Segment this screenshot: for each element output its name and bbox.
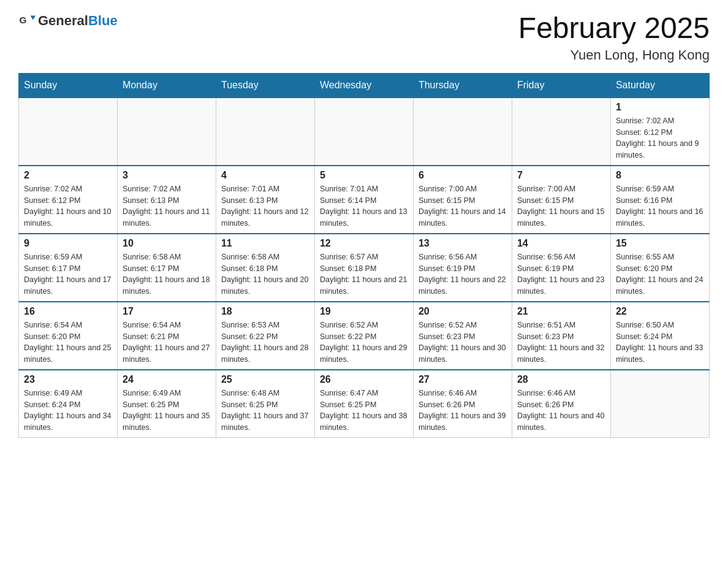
calendar-cell: 27Sunrise: 6:46 AMSunset: 6:26 PMDayligh… [413,370,512,438]
calendar-cell: 19Sunrise: 6:52 AMSunset: 6:22 PMDayligh… [314,302,413,370]
calendar-cell: 24Sunrise: 6:49 AMSunset: 6:25 PMDayligh… [117,370,216,438]
day-number: 10 [123,238,211,249]
calendar-cell: 10Sunrise: 6:58 AMSunset: 6:17 PMDayligh… [117,234,216,302]
day-info: Sunrise: 7:00 AMSunset: 6:15 PMDaylight:… [517,183,605,229]
calendar-cell: 4Sunrise: 7:01 AMSunset: 6:13 PMDaylight… [216,166,314,234]
calendar-cell: 25Sunrise: 6:48 AMSunset: 6:25 PMDayligh… [216,370,314,438]
day-info: Sunrise: 6:54 AMSunset: 6:21 PMDaylight:… [123,320,211,366]
calendar-cell [19,98,118,166]
calendar: SundayMondayTuesdayWednesdayThursdayFrid… [18,73,710,438]
day-info: Sunrise: 6:58 AMSunset: 6:17 PMDaylight:… [123,251,211,297]
calendar-header-row: SundayMondayTuesdayWednesdayThursdayFrid… [19,73,710,98]
calendar-cell: 1Sunrise: 7:02 AMSunset: 6:12 PMDaylight… [610,98,709,166]
day-number: 13 [419,238,507,249]
calendar-cell: 12Sunrise: 6:57 AMSunset: 6:18 PMDayligh… [314,234,413,302]
calendar-cell [216,98,314,166]
day-info: Sunrise: 7:01 AMSunset: 6:14 PMDaylight:… [320,183,408,229]
calendar-cell: 11Sunrise: 6:58 AMSunset: 6:18 PMDayligh… [216,234,314,302]
day-info: Sunrise: 7:01 AMSunset: 6:13 PMDaylight:… [221,183,309,229]
calendar-cell: 5Sunrise: 7:01 AMSunset: 6:14 PMDaylight… [314,166,413,234]
column-header-thursday: Thursday [413,73,512,98]
calendar-cell: 21Sunrise: 6:51 AMSunset: 6:23 PMDayligh… [512,302,610,370]
day-info: Sunrise: 7:02 AMSunset: 6:12 PMDaylight:… [24,183,112,229]
calendar-cell [117,98,216,166]
day-info: Sunrise: 7:02 AMSunset: 6:12 PMDaylight:… [616,115,704,161]
calendar-cell [413,98,512,166]
logo-text-general: General [38,13,88,28]
day-info: Sunrise: 6:47 AMSunset: 6:25 PMDaylight:… [320,388,408,434]
day-number: 3 [123,170,211,181]
calendar-cell: 20Sunrise: 6:52 AMSunset: 6:23 PMDayligh… [413,302,512,370]
calendar-cell: 28Sunrise: 6:46 AMSunset: 6:26 PMDayligh… [512,370,610,438]
calendar-cell: 14Sunrise: 6:56 AMSunset: 6:19 PMDayligh… [512,234,610,302]
page-header: G GeneralBlue February 2025 Yuen Long, H… [18,12,710,63]
calendar-cell: 18Sunrise: 6:53 AMSunset: 6:22 PMDayligh… [216,302,314,370]
calendar-cell [512,98,610,166]
day-info: Sunrise: 6:52 AMSunset: 6:23 PMDaylight:… [419,320,507,366]
day-number: 25 [221,374,309,385]
calendar-cell: 23Sunrise: 6:49 AMSunset: 6:24 PMDayligh… [19,370,118,438]
day-info: Sunrise: 6:48 AMSunset: 6:25 PMDaylight:… [221,388,309,434]
day-number: 2 [24,170,112,181]
day-number: 9 [24,238,112,249]
day-number: 19 [320,306,408,317]
calendar-cell: 15Sunrise: 6:55 AMSunset: 6:20 PMDayligh… [610,234,709,302]
day-number: 1 [616,102,704,113]
day-info: Sunrise: 6:59 AMSunset: 6:17 PMDaylight:… [24,251,112,297]
day-number: 27 [419,374,507,385]
calendar-cell: 6Sunrise: 7:00 AMSunset: 6:15 PMDaylight… [413,166,512,234]
column-header-saturday: Saturday [610,73,709,98]
day-number: 20 [419,306,507,317]
column-header-wednesday: Wednesday [314,73,413,98]
calendar-cell: 13Sunrise: 6:56 AMSunset: 6:19 PMDayligh… [413,234,512,302]
column-header-sunday: Sunday [19,73,118,98]
column-header-monday: Monday [117,73,216,98]
week-row-2: 2Sunrise: 7:02 AMSunset: 6:12 PMDaylight… [19,166,710,234]
calendar-cell: 7Sunrise: 7:00 AMSunset: 6:15 PMDaylight… [512,166,610,234]
day-number: 12 [320,238,408,249]
day-info: Sunrise: 6:53 AMSunset: 6:22 PMDaylight:… [221,320,309,366]
calendar-cell [610,370,709,438]
day-number: 18 [221,306,309,317]
day-info: Sunrise: 6:59 AMSunset: 6:16 PMDaylight:… [616,183,704,229]
day-number: 26 [320,374,408,385]
day-info: Sunrise: 6:51 AMSunset: 6:23 PMDaylight:… [517,320,605,366]
calendar-cell: 17Sunrise: 6:54 AMSunset: 6:21 PMDayligh… [117,302,216,370]
day-info: Sunrise: 6:56 AMSunset: 6:19 PMDaylight:… [517,251,605,297]
logo-icon: G [18,12,36,29]
day-number: 8 [616,170,704,181]
day-number: 4 [221,170,309,181]
day-number: 11 [221,238,309,249]
day-number: 22 [616,306,704,317]
logo-text-blue: Blue [88,13,118,28]
week-row-1: 1Sunrise: 7:02 AMSunset: 6:12 PMDaylight… [19,98,710,166]
calendar-cell: 26Sunrise: 6:47 AMSunset: 6:25 PMDayligh… [314,370,413,438]
calendar-cell: 9Sunrise: 6:59 AMSunset: 6:17 PMDaylight… [19,234,118,302]
day-info: Sunrise: 6:50 AMSunset: 6:24 PMDaylight:… [616,320,704,366]
day-number: 14 [517,238,605,249]
calendar-cell: 2Sunrise: 7:02 AMSunset: 6:12 PMDaylight… [19,166,118,234]
day-number: 15 [616,238,704,249]
column-header-tuesday: Tuesday [216,73,314,98]
day-number: 17 [123,306,211,317]
week-row-5: 23Sunrise: 6:49 AMSunset: 6:24 PMDayligh… [19,370,710,438]
day-info: Sunrise: 6:49 AMSunset: 6:24 PMDaylight:… [24,388,112,434]
calendar-cell: 3Sunrise: 7:02 AMSunset: 6:13 PMDaylight… [117,166,216,234]
day-info: Sunrise: 6:54 AMSunset: 6:20 PMDaylight:… [24,320,112,366]
calendar-cell: 8Sunrise: 6:59 AMSunset: 6:16 PMDaylight… [610,166,709,234]
day-info: Sunrise: 6:58 AMSunset: 6:18 PMDaylight:… [221,251,309,297]
calendar-cell [314,98,413,166]
logo: G GeneralBlue [18,12,118,29]
day-number: 5 [320,170,408,181]
day-number: 7 [517,170,605,181]
day-info: Sunrise: 7:02 AMSunset: 6:13 PMDaylight:… [123,183,211,229]
svg-text:G: G [19,15,26,25]
day-info: Sunrise: 6:46 AMSunset: 6:26 PMDaylight:… [419,388,507,434]
calendar-cell: 22Sunrise: 6:50 AMSunset: 6:24 PMDayligh… [610,302,709,370]
location-title: Yuen Long, Hong Kong [518,47,710,63]
day-info: Sunrise: 6:57 AMSunset: 6:18 PMDaylight:… [320,251,408,297]
calendar-cell: 16Sunrise: 6:54 AMSunset: 6:20 PMDayligh… [19,302,118,370]
day-info: Sunrise: 6:52 AMSunset: 6:22 PMDaylight:… [320,320,408,366]
day-info: Sunrise: 6:49 AMSunset: 6:25 PMDaylight:… [123,388,211,434]
column-header-friday: Friday [512,73,610,98]
